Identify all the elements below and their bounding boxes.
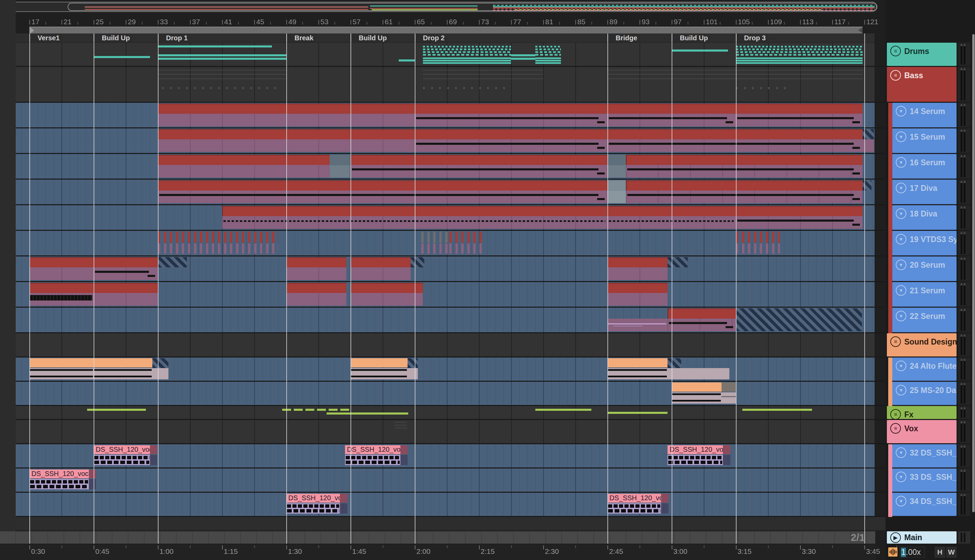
midi-clip-body[interactable]: [158, 190, 608, 203]
track-fold-icon[interactable]: ▾: [896, 157, 907, 168]
track-header-t17[interactable]: ▾17 Diva: [892, 180, 957, 204]
drum-clip-line[interactable]: [93, 56, 150, 58]
synth-comb-clip-lower[interactable]: [158, 243, 279, 254]
striped-clip[interactable]: [668, 257, 688, 267]
zoom-height-button[interactable]: H: [935, 547, 945, 558]
track-header-drums[interactable]: ≡Drums: [887, 43, 957, 66]
midi-clip[interactable]: [29, 257, 93, 267]
track-lane-drums[interactable]: [16, 43, 875, 66]
locator-label[interactable]: Build Up: [94, 34, 132, 42]
track-name[interactable]: Fx: [904, 410, 913, 419]
midi-clip-body[interactable]: [415, 139, 608, 152]
track-name[interactable]: 33 DS_SSH_12: [910, 473, 957, 482]
drum-clip-line[interactable]: [158, 45, 272, 47]
midi-clip-body[interactable]: [626, 190, 863, 203]
midi-clip[interactable]: [626, 155, 863, 165]
track-header-t16[interactable]: ▾16 Serum: [892, 154, 957, 178]
vocal-clip-body[interactable]: [668, 455, 723, 465]
vocal-clip-body[interactable]: [29, 479, 89, 489]
track-header-t15[interactable]: ▾15 Serum: [892, 128, 957, 153]
midi-clip[interactable]: [736, 103, 863, 114]
vocal-clip-header[interactable]: DS_SSH_120_voca: [286, 494, 347, 503]
audio-clip-body[interactable]: [93, 368, 169, 379]
synth-comb-clip-lower[interactable]: [421, 243, 449, 254]
track-header-bass[interactable]: ≡Bass: [887, 67, 957, 102]
locator-label[interactable]: Build Up: [351, 34, 389, 42]
midi-clip-body[interactable]: [736, 216, 863, 229]
drum-clip-dense[interactable]: [423, 44, 511, 63]
midi-clip[interactable]: [608, 257, 668, 267]
midi-clip-body[interactable]: [29, 267, 93, 280]
vertical-scrollbar[interactable]: [972, 34, 975, 512]
track-header-t14[interactable]: ▾14 Serum: [892, 103, 957, 127]
midi-clip-body[interactable]: [351, 165, 608, 178]
synth-comb-clip[interactable]: [736, 232, 780, 243]
track-lane-vox[interactable]: [16, 420, 875, 443]
track-header-vox[interactable]: ≡Vox: [887, 420, 957, 443]
midi-clip-body[interactable]: [608, 267, 668, 280]
midi-clip-body[interactable]: [736, 114, 863, 126]
locator-label[interactable]: Break: [287, 34, 316, 42]
group-unfold-icon[interactable]: ≡: [890, 423, 901, 434]
track-lane-t34[interactable]: DS_SSH_120_vocaDS_SSH_120_voca: [16, 493, 875, 516]
track-fold-icon[interactable]: ▾: [896, 208, 907, 219]
striped-clip[interactable]: [407, 358, 418, 368]
track-name[interactable]: Sound Design: [904, 337, 957, 347]
track-name[interactable]: 34 DS_SSH_12: [910, 497, 957, 506]
midi-clip[interactable]: [736, 206, 863, 216]
drum-clip-line[interactable]: [511, 54, 535, 56]
play-icon[interactable]: ▶: [890, 532, 901, 543]
track-name[interactable]: 24 Alto Flute S: [910, 362, 957, 371]
track-fold-icon[interactable]: ▾: [896, 447, 907, 458]
striped-clip[interactable]: [152, 358, 169, 368]
midi-clip-body[interactable]: [626, 165, 863, 178]
vocal-clip-body[interactable]: [93, 455, 150, 465]
track-name[interactable]: Bass: [904, 71, 923, 80]
track-lane-t25[interactable]: [16, 382, 875, 405]
synth-comb-clip-lower[interactable]: [736, 243, 780, 254]
time-ruler[interactable]: 0:300:451:001:151:301:452:002:152:302:45…: [0, 545, 875, 560]
midi-clip-body[interactable]: [29, 293, 93, 306]
track-name[interactable]: 21 Serum: [910, 286, 945, 295]
audio-clip-header[interactable]: [608, 358, 668, 367]
drum-clip-dense[interactable]: [736, 44, 863, 63]
track-fold-icon[interactable]: ▾: [896, 311, 907, 321]
fx-clip-line[interactable]: [742, 409, 812, 411]
track-fold-icon[interactable]: ▾: [896, 285, 907, 296]
striped-clip[interactable]: [668, 358, 681, 368]
track-lane-t21[interactable]: [16, 282, 875, 307]
track-lane-t15[interactable]: [16, 128, 875, 153]
vocal-clip-header[interactable]: DS_SSH_120_voc: [93, 445, 157, 454]
fx-clip-line[interactable]: [608, 412, 668, 414]
midi-clip[interactable]: [351, 283, 423, 293]
fx-clip-line[interactable]: [327, 412, 409, 415]
gray-clip[interactable]: [330, 155, 350, 178]
midi-clip-body[interactable]: [93, 267, 158, 280]
playback-speed-field[interactable]: 1.00x: [900, 547, 925, 558]
vocal-clip-body[interactable]: [286, 503, 340, 513]
track-lane-t14[interactable]: [16, 103, 875, 127]
track-lane-t20[interactable]: [16, 257, 875, 281]
track-lane-fx[interactable]: [16, 406, 875, 419]
audio-clip-header[interactable]: [29, 358, 93, 367]
midi-clip-body[interactable]: [286, 267, 346, 280]
main-track-lane[interactable]: [0, 531, 875, 543]
track-header-main[interactable]: ▶Main: [887, 531, 957, 543]
drum-clip-line[interactable]: [511, 58, 535, 60]
track-fold-icon[interactable]: ▾: [896, 472, 907, 482]
locator-label[interactable]: Drop 1: [159, 34, 190, 42]
track-header-t34[interactable]: ▾34 DS_SSH_12: [892, 493, 957, 516]
midi-clip[interactable]: [93, 283, 158, 293]
midi-clip-body[interactable]: [93, 293, 158, 306]
midi-clip-body[interactable]: [415, 114, 608, 126]
track-lane-t33[interactable]: DS_SSH_120_voca: [16, 468, 875, 492]
striped-clip[interactable]: [736, 308, 862, 331]
drum-clip-line[interactable]: [158, 54, 286, 56]
midi-clip-body[interactable]: [286, 293, 346, 306]
drum-clip-line[interactable]: [158, 58, 286, 60]
midi-clip[interactable]: [608, 129, 863, 139]
group-unfold-icon[interactable]: ≡: [890, 70, 901, 81]
midi-clip-body[interactable]: [351, 293, 423, 306]
track-name[interactable]: Vox: [904, 424, 918, 433]
midi-clip-body[interactable]: [608, 293, 668, 306]
